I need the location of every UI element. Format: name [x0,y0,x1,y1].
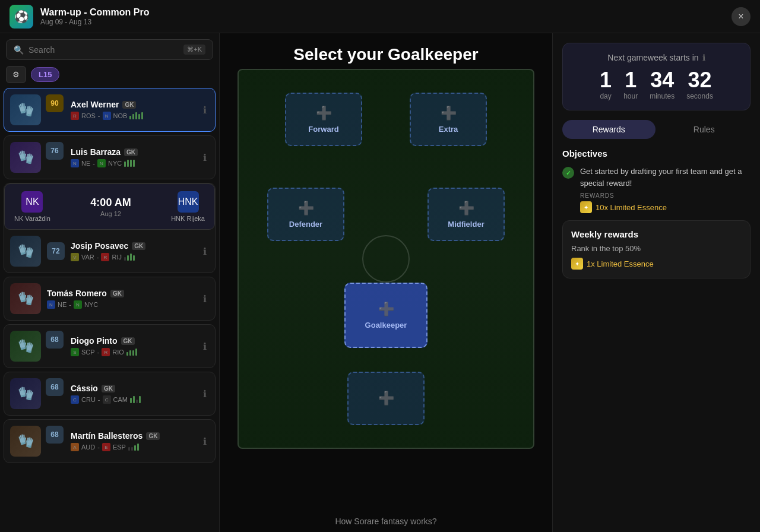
list-item[interactable]: NK NK Varaždin 4:00 AM Aug 12 HNK HNK Ri… [4,183,216,273]
away-team-abbr: RIO [112,349,124,356]
app-subtitle: Aug 09 - Aug 13 [40,18,149,26]
avatar: 🧤 [10,378,41,409]
tab-rules[interactable]: Rules [658,120,751,139]
level-badge[interactable]: L15 [31,67,59,82]
weekly-title: Weekly rewards [571,229,742,239]
player-score: 76 [46,142,64,160]
home-team-logo: N [47,300,55,309]
list-item[interactable]: 🧤 76 Luis Barraza GK N NE - N NYC [4,135,216,179]
tab-rewards[interactable]: Rewards [562,120,656,139]
slot-label: Goalkeeper [365,321,407,330]
slot-label: Forward [308,125,338,134]
close-button[interactable]: × [732,7,750,26]
add-icon: ➕ [458,201,474,216]
home-team-abbr: NE [58,301,66,308]
defender-slot[interactable]: ➕ Defender [267,188,344,241]
trend-bar-seg [133,396,135,403]
trend-bar-seg [128,447,130,451]
home-team-abbr: AUD [81,444,95,451]
position-badge: GK [124,148,138,156]
weekly-essence-text: 1x Limited Essence [587,259,654,268]
position-badge: GK [122,101,136,109]
list-item[interactable]: 🧤 90 Axel Werner GK R ROS - N NOB [4,88,216,132]
weekly-rewards-card: Weekly rewards Rank in the top 50% ✦ 1x … [562,220,750,278]
seconds-label: seconds [686,92,713,100]
hours-unit: 1 hour [623,69,638,100]
player-match: R ROS - N NOB [71,112,195,120]
away-team-abbr: NYC [108,160,122,167]
trend-bar-seg [133,160,135,167]
home-team-logo: A [71,443,79,451]
trend-bar-seg [134,445,136,451]
player-info: Axel Werner GK R ROS - N NOB [71,100,195,120]
trend-bar-seg [129,350,131,356]
position-badge: GK [146,432,160,440]
trend-bar-seg [135,349,137,356]
slot-label: Midfielder [448,220,484,229]
home-team-logo: R [71,112,79,120]
info-button[interactable]: ℹ [201,243,209,259]
forward-slot[interactable]: ➕ Forward [285,93,362,146]
trend-bar [130,396,141,403]
how-works-link[interactable]: How Sorare fantasy works? [335,517,436,526]
days-value: 1 [600,69,612,91]
player-match: N NE - N NYC [71,159,195,167]
info-icon[interactable]: ℹ [702,53,705,62]
list-item[interactable]: 🧤 68 Cássio GK C CRU - C CAM [4,372,216,416]
info-button[interactable]: ℹ [201,433,209,449]
list-item[interactable]: 🧤 Tomás Romero GK N NE - N NYC ℹ [4,277,216,321]
trend-bar-seg [126,352,128,356]
info-button[interactable]: ℹ [201,150,209,166]
home-team-block: NK NK Varaždin [14,191,50,222]
home-team-logo: N [71,159,79,167]
avatar: 🧤 [10,142,41,173]
list-item[interactable]: 🧤 68 Diogo Pinto GK S SCP - R RIO [4,324,216,368]
trend-bar [126,349,137,356]
field-container: ➕ Forward ➕ Extra ➕ Defender ➕ Midfielde… [238,69,534,449]
trend-bar-seg [137,444,139,451]
home-team-logo-large: NK [21,191,43,213]
away-team-logo: R [101,253,109,261]
filter-button[interactable]: ⚙ [6,66,26,83]
player-name: Luis Barraza GK [71,147,195,157]
trend-bar-seg [127,160,129,167]
info-button[interactable]: ℹ [201,102,209,118]
essence-badge: ✦ 10x Limited Essence [580,201,750,213]
days-unit: 1 day [600,69,612,100]
list-item[interactable]: 🧤 68 Martín Ballesteros GK A AUD - E ESP [4,419,216,463]
check-icon: ✓ [562,167,574,179]
info-button[interactable]: ℹ [201,291,209,307]
home-team-abbr: NE [81,160,90,167]
player-info: Tomás Romero GK N NE - N NYC [47,289,195,309]
player-score: 68 [46,426,64,444]
home-team-abbr: SCP [81,349,95,356]
position-badge: GK [132,242,145,250]
player-name: Cássio GK [71,384,195,393]
match-time-block: 4:00 AM Aug 12 [90,197,131,217]
home-team-logo: V [71,253,79,261]
away-team-logo-large: HNK [178,191,199,213]
seconds-value: 32 [686,69,713,91]
home-team-logo: S [71,348,79,356]
search-input[interactable] [28,45,179,55]
main-layout: 🔍 ⌘+K ⚙ L15 🧤 90 Axel Werner GK R ROS [0,33,760,532]
info-button[interactable]: ℹ [201,338,209,354]
header: ⚽ Warm-up - Common Pro Aug 09 - Aug 13 × [0,0,760,33]
avatar: 🧤 [10,331,41,362]
add-icon: ➕ [316,106,332,121]
hours-value: 1 [623,69,638,91]
info-button[interactable]: ℹ [201,386,209,402]
extra-slot[interactable]: ➕ Extra [410,93,487,146]
goalkeeper-slot[interactable]: ➕ Goalkeeper [344,283,428,348]
bottom-slot[interactable]: ➕ [347,372,425,425]
slot-label: Defender [289,220,322,229]
slot-label: Extra [439,125,458,134]
midfielder-slot[interactable]: ➕ Midfielder [428,188,505,241]
home-team-abbr: CRU [81,396,96,403]
minutes-label: minutes [650,92,674,100]
add-icon: ➕ [298,201,314,216]
trend-bar-seg [138,114,140,119]
gameweek-card: Next gameweek starts in ℹ 1 day 1 hour 3… [562,43,750,110]
search-icon: 🔍 [14,45,24,55]
center-panel: Select your Goalkeeper ➕ Forward ➕ Extra… [220,33,552,532]
